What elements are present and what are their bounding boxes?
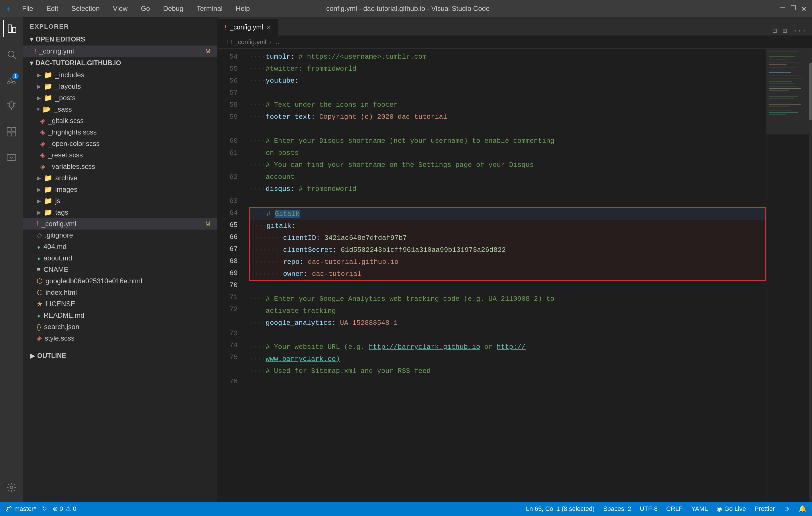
sidebar-item-style-scss[interactable]: ◈ style.scss [23, 333, 218, 344]
main-layout: 1 [0, 17, 812, 502]
sidebar-item-images[interactable]: ▶ 📁 images [23, 184, 218, 195]
menu-view[interactable]: View [111, 3, 130, 14]
code-line-62b: account [249, 171, 766, 183]
split-editor-icon[interactable]: ⊟ [773, 26, 777, 35]
svg-rect-24 [769, 72, 791, 73]
sidebar-item-about[interactable]: ⬧ about.md [23, 252, 218, 264]
tab-close-button[interactable]: ✕ [266, 24, 271, 31]
svg-point-6 [13, 82, 16, 84]
sidebar-item-gitignore[interactable]: ◇ .gitignore [23, 230, 218, 241]
tab-config-yml[interactable]: ! _config.yml ✕ [218, 19, 279, 35]
minimap-scrollbar [809, 49, 812, 502]
code-line-61b: on posts [249, 147, 766, 159]
md-icon: ⬧ [37, 311, 41, 320]
open-editors-section[interactable]: ▾ OPEN EDITORS [23, 33, 218, 45]
language-mode[interactable]: YAML [691, 505, 708, 513]
chevron-right-icon: ▶ [37, 71, 41, 79]
settings-icon[interactable] [3, 479, 20, 496]
chevron-right-icon: ▶ [37, 198, 41, 204]
menu-file[interactable]: File [20, 3, 35, 14]
sidebar-item-reset-scss[interactable]: ◈ _reset.scss [23, 149, 218, 161]
sidebar-item-js[interactable]: ▶ 📁 js [23, 195, 218, 207]
sidebar-item-tags[interactable]: ▶ 📁 tags [23, 207, 218, 218]
sidebar-item-googledb[interactable]: ⬡ googledb06e025310e016e.html [23, 275, 218, 287]
code-line-68: ········clientSecret: 61d5502243b1cff961… [250, 244, 765, 256]
menu-selection[interactable]: Selection [69, 3, 102, 14]
sidebar-item-variables-scss[interactable]: ◈ _variables.scss [23, 161, 218, 172]
toggle-panel-icon[interactable]: ⊞ [783, 26, 787, 35]
sidebar-item-config-yml[interactable]: ! _config.yml M [23, 218, 218, 230]
cursor-position[interactable]: Ln 65, Col 1 (8 selected) [526, 505, 594, 513]
go-live-button[interactable]: ◉ Go Live [717, 505, 746, 513]
menu-help[interactable]: Help [233, 3, 252, 14]
sidebar-item-readme[interactable]: ⬧ README.md [23, 310, 218, 321]
project-section[interactable]: ▾ DAC-TUTORIAL.GITHUB.IO [23, 57, 218, 69]
menu-debug[interactable]: Debug [161, 3, 186, 14]
sidebar-item-open-color-scss[interactable]: ◈ _open-color.scss [23, 138, 218, 149]
menu-terminal[interactable]: Terminal [194, 3, 225, 14]
gitignore-icon: ◇ [37, 231, 42, 239]
remote-icon[interactable] [3, 149, 20, 166]
smiley-icon: ☺ [784, 505, 790, 513]
git-branch[interactable]: master* [6, 505, 36, 513]
sync-button[interactable]: ↻ [42, 505, 47, 513]
sidebar-item-layouts[interactable]: ▶ 📁 _layouts [23, 81, 218, 92]
scss-icon: ◈ [40, 151, 45, 159]
encoding-setting[interactable]: UTF-8 [640, 505, 658, 513]
prettier-button[interactable]: Prettier [755, 505, 775, 513]
sidebar-item-posts[interactable]: ▶ 📁 _posts [23, 92, 218, 103]
maximize-button[interactable]: □ [791, 4, 796, 13]
svg-line-3 [13, 56, 16, 59]
html-icon: ⬡ [37, 277, 43, 285]
menu-edit[interactable]: Edit [44, 3, 60, 14]
extensions-icon[interactable] [3, 123, 20, 140]
statusbar-left: master* ↻ ⊗ 0 ⚠ 0 [6, 505, 77, 513]
sidebar-item-404[interactable]: ⬧ 404.md [23, 241, 218, 252]
code-line-67: ········clientID: 3421ac648e7dfdaf97b7 [250, 232, 765, 244]
svg-rect-0 [8, 25, 11, 33]
sidebar-item-highlights-scss[interactable]: ◈ _highlights.scss [23, 126, 218, 138]
code-line-55: ····#twitter: frommidworld [249, 63, 766, 75]
sidebar-item-search-json[interactable]: {} search.json [23, 321, 218, 333]
minimize-button[interactable]: ─ [781, 4, 785, 13]
spaces-setting[interactable]: Spaces: 2 [603, 505, 631, 513]
code-content[interactable]: ····tumblr: # https://<username>.tumblr.… [243, 49, 766, 502]
minimap-scrollbar-thumb[interactable] [809, 63, 812, 120]
close-button[interactable]: ✕ [802, 4, 806, 13]
sidebar-item-archive[interactable]: ▶ 📁 archive [23, 172, 218, 184]
statusbar-right: Ln 65, Col 1 (8 selected) Spaces: 2 UTF-… [526, 505, 806, 513]
bell-icon: 🔔 [799, 505, 806, 513]
folder-icon: 📁 [44, 208, 52, 216]
code-line-61: ····# Enter your Disqus shortname (not y… [249, 135, 766, 147]
notifications-button[interactable]: 🔔 [799, 505, 806, 513]
go-live-icon: ◉ [717, 505, 722, 513]
scss-icon: ◈ [40, 117, 45, 125]
code-line-65: ····# Gitalk [250, 208, 765, 220]
source-control-icon[interactable]: 1 [3, 71, 20, 89]
sidebar-item-cname[interactable]: ≡ CNAME [23, 264, 218, 275]
line-ending-setting[interactable]: CRLF [666, 505, 683, 513]
more-actions-icon[interactable]: ··· [793, 27, 806, 35]
breadcrumb-symbol[interactable]: ... [274, 38, 279, 46]
spaces-label: Spaces: 2 [603, 505, 631, 513]
cursor-text: Ln 65, Col 1 (8 selected) [526, 505, 594, 513]
svg-rect-25 [769, 75, 798, 76]
sidebar-item-license[interactable]: ★ LICENSE [23, 298, 218, 310]
sidebar-item-gitalk-scss[interactable]: ◈ _gitalk.scss [23, 115, 218, 126]
feedback-button[interactable]: ☺ [784, 505, 790, 513]
sidebar-item-sass[interactable]: ▾ 📂 _sass [23, 103, 218, 115]
chevron-right-icon: ▶ [37, 94, 41, 101]
breadcrumb-file[interactable]: ! _config.yml [231, 38, 266, 46]
code-line-72: ····# Enter your Google Analytics web tr… [249, 293, 766, 305]
sidebar-item-index[interactable]: ⬡ index.html [23, 287, 218, 298]
code-line-70: ········owner: dac-tutorial [250, 268, 765, 280]
errors-button[interactable]: ⊗ 0 ⚠ 0 [53, 505, 77, 513]
menu-go[interactable]: Go [139, 3, 152, 14]
sidebar-item-includes[interactable]: ▶ 📁 _includes [23, 69, 218, 81]
debug-icon[interactable] [3, 97, 20, 115]
search-icon[interactable] [3, 46, 20, 63]
explorer-icon[interactable] [3, 20, 20, 37]
open-editor-config-yml[interactable]: ! _config.yml M [23, 45, 218, 57]
outline-section[interactable]: ▶ OUTLINE [23, 350, 218, 362]
code-line-58: ····# Text under the icons in footer [249, 99, 766, 111]
